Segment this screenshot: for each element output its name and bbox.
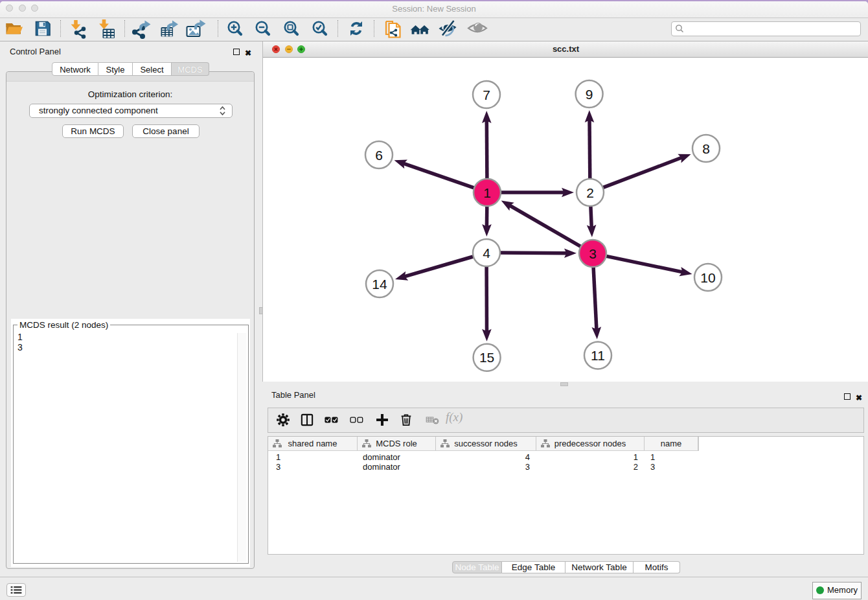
svg-text:1: 1 — [483, 185, 491, 200]
svg-text:4: 4 — [483, 246, 490, 260]
svg-text:7: 7 — [483, 87, 490, 102]
svg-text:2: 2 — [586, 185, 594, 200]
svg-text:11: 11 — [591, 348, 605, 363]
svg-text:9: 9 — [586, 87, 593, 102]
svg-text:6: 6 — [375, 148, 383, 163]
svg-text:15: 15 — [479, 350, 494, 365]
svg-text:3: 3 — [589, 246, 597, 261]
svg-text:8: 8 — [702, 141, 710, 156]
svg-text:10: 10 — [700, 270, 715, 285]
svg-text:14: 14 — [372, 277, 387, 292]
